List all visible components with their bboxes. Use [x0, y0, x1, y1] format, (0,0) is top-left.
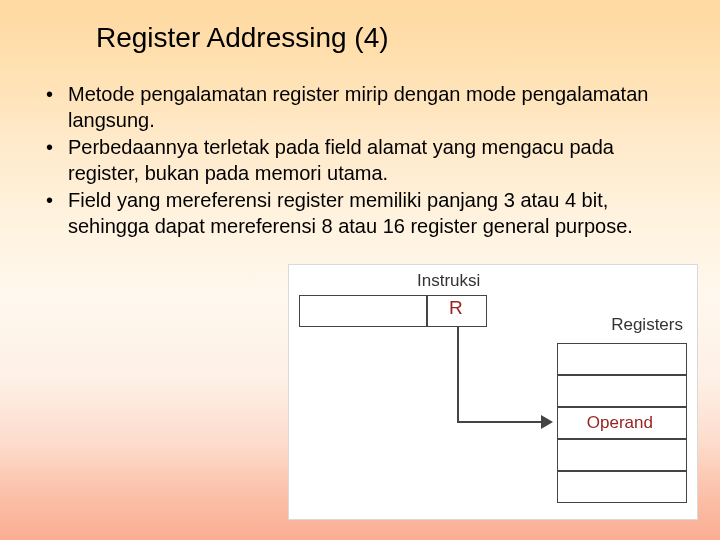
- bullet-item: Perbedaannya terletak pada field alamat …: [42, 135, 676, 186]
- label-operand: Operand: [587, 413, 653, 433]
- label-r-field: R: [449, 297, 463, 319]
- instruction-opcode-box: [299, 295, 427, 327]
- pointer-line-horizontal: [457, 421, 543, 423]
- bullet-item: Metode pengalamatan register mirip denga…: [42, 82, 676, 133]
- register-row: [557, 471, 687, 503]
- register-addressing-diagram: Instruksi Registers R Operand: [289, 265, 697, 519]
- register-row: [557, 439, 687, 471]
- pointer-line-vertical: [457, 327, 459, 423]
- label-registers: Registers: [611, 315, 683, 335]
- slide-title: Register Addressing (4): [96, 22, 686, 54]
- arrowhead-icon: [541, 415, 553, 429]
- label-instruksi: Instruksi: [417, 271, 480, 291]
- register-row: [557, 343, 687, 375]
- bullet-item: Field yang mereferensi register memiliki…: [42, 188, 676, 239]
- bullet-list: Metode pengalamatan register mirip denga…: [42, 82, 676, 240]
- diagram-container: Instruksi Registers R Operand: [288, 264, 698, 520]
- register-row: [557, 375, 687, 407]
